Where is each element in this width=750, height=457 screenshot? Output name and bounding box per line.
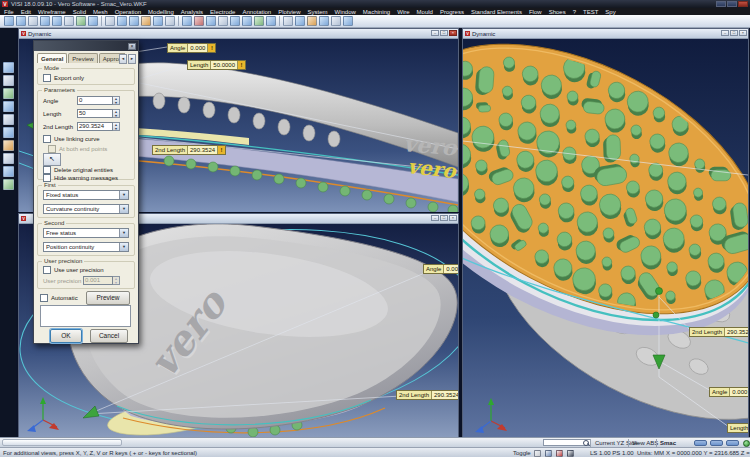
angle-dim-label[interactable]: Angle0.000 bbox=[167, 43, 216, 53]
new-document-icon[interactable] bbox=[4, 16, 14, 26]
result-listbox[interactable] bbox=[40, 305, 131, 327]
select-curve-icon-button[interactable]: ↖ bbox=[43, 153, 61, 166]
menu-mesh[interactable]: Mesh bbox=[93, 9, 108, 15]
second-length-dim-label[interactable]: 2nd Length290.3524 bbox=[689, 327, 748, 337]
delete-original-entities-checkbox[interactable]: Delete original entities bbox=[43, 166, 113, 174]
tab-scroll-right-icon[interactable]: ► bbox=[128, 54, 136, 64]
snap-toggle-icon[interactable] bbox=[545, 450, 552, 457]
help-icon[interactable] bbox=[343, 16, 353, 26]
delete-icon[interactable] bbox=[165, 16, 175, 26]
shaded-mode-icon[interactable] bbox=[254, 16, 264, 26]
menu-analysis[interactable]: Analysis bbox=[181, 9, 203, 15]
angle-input[interactable]: 0 bbox=[77, 96, 113, 105]
menu-shoes[interactable]: Shoes bbox=[549, 9, 566, 15]
top-view-icon[interactable] bbox=[3, 101, 14, 112]
wireframe-mode-icon[interactable] bbox=[266, 16, 276, 26]
save-icon[interactable] bbox=[28, 16, 38, 26]
menu-annotation[interactable]: Annotation bbox=[242, 9, 271, 15]
zoom-window-icon[interactable] bbox=[206, 16, 216, 26]
vp-close-icon[interactable]: × bbox=[449, 30, 457, 36]
print-icon[interactable] bbox=[40, 16, 50, 26]
menu-machining[interactable]: Machining bbox=[363, 9, 390, 15]
dialog-close-icon[interactable] bbox=[128, 43, 136, 50]
export-only-checkbox[interactable]: Export only bbox=[43, 74, 84, 82]
second-length-input[interactable]: 290.3524 bbox=[77, 122, 113, 131]
first-continuity-dropdown[interactable]: Curvature continuity bbox=[43, 204, 129, 214]
zoom-window-icon[interactable] bbox=[3, 140, 14, 151]
maximize-icon[interactable] bbox=[727, 1, 737, 7]
menu-spy[interactable]: Spy bbox=[605, 9, 615, 15]
checkbox-icon[interactable] bbox=[43, 74, 51, 82]
menu-operation[interactable]: Operation bbox=[115, 9, 141, 15]
menu-standard-elements[interactable]: Standard Elements bbox=[471, 9, 522, 15]
dynamic-rotate-icon[interactable] bbox=[3, 166, 14, 177]
vp-close-icon[interactable]: × bbox=[739, 30, 747, 36]
menu-edit[interactable]: Edit bbox=[21, 9, 31, 15]
dialog-titlebar[interactable] bbox=[34, 41, 138, 51]
measure-icon[interactable] bbox=[307, 16, 317, 26]
open-file-icon[interactable] bbox=[16, 16, 26, 26]
zoom-all-icon[interactable] bbox=[218, 16, 228, 26]
mask-elements-icon[interactable] bbox=[319, 16, 329, 26]
iso-view-icon[interactable] bbox=[3, 88, 14, 99]
zoom-out-icon[interactable] bbox=[194, 16, 204, 26]
selection-filter-icon[interactable] bbox=[3, 62, 14, 73]
menu-test[interactable]: TEST bbox=[583, 9, 598, 15]
vp-close-icon[interactable]: × bbox=[449, 215, 457, 221]
workplane-icon[interactable] bbox=[295, 16, 305, 26]
chevron-down-icon[interactable] bbox=[119, 243, 128, 251]
use-linking-curve-checkbox[interactable]: Use linking curve bbox=[43, 135, 100, 143]
second-continuity-dropdown[interactable]: Position continuity bbox=[43, 242, 129, 252]
menu-flow[interactable]: Flow bbox=[529, 9, 542, 15]
viewport-right-titlebar[interactable]: V Dynamic – □ × bbox=[463, 29, 748, 39]
pan-view-icon[interactable] bbox=[230, 16, 240, 26]
menu-solid[interactable]: Solid bbox=[73, 9, 86, 15]
checkbox-icon[interactable] bbox=[40, 294, 48, 302]
menu-wire[interactable]: Wire bbox=[397, 9, 409, 15]
length-input[interactable]: 50 bbox=[77, 109, 113, 118]
vp-minimize-icon[interactable]: – bbox=[431, 30, 439, 36]
chevron-down-icon[interactable] bbox=[119, 205, 128, 213]
paste-icon[interactable] bbox=[153, 16, 163, 26]
menu-plotview[interactable]: Plotview bbox=[278, 9, 300, 15]
menu-wireframe[interactable]: Wireframe bbox=[38, 9, 66, 15]
menu-modelling[interactable]: Modelling bbox=[148, 9, 174, 15]
import-icon[interactable] bbox=[64, 16, 74, 26]
zoom-in-icon[interactable] bbox=[182, 16, 192, 26]
copy-icon[interactable] bbox=[141, 16, 151, 26]
viewport-3d-canvas-right[interactable]: 2nd Length290.3524 Angle0.000 Length50.0… bbox=[463, 39, 748, 437]
workplane-indicator-icon[interactable] bbox=[534, 450, 541, 457]
menu-progress[interactable]: Progress bbox=[440, 9, 464, 15]
vp-restore-icon[interactable]: □ bbox=[440, 215, 448, 221]
second-length-spinner[interactable] bbox=[113, 122, 120, 131]
vp-minimize-icon[interactable]: – bbox=[721, 30, 729, 36]
front-view-icon[interactable] bbox=[3, 114, 14, 125]
rotate-view-icon[interactable] bbox=[242, 16, 252, 26]
vp-restore-icon[interactable]: □ bbox=[440, 30, 448, 36]
menu-window[interactable]: Window bbox=[335, 9, 356, 15]
automatic-checkbox[interactable]: Automatic bbox=[40, 294, 78, 302]
second-length-dim-label[interactable]: 2nd Length290.3524 bbox=[396, 390, 458, 400]
use-user-precision-checkbox[interactable]: Use user precision bbox=[43, 266, 104, 274]
angle-spinner[interactable] bbox=[113, 96, 120, 105]
length-dim-label[interactable]: Length50.0000 bbox=[727, 423, 748, 433]
cut-icon[interactable] bbox=[129, 16, 139, 26]
viewport-layout-icon[interactable] bbox=[3, 75, 14, 86]
search-icon[interactable] bbox=[583, 440, 589, 446]
vp-minimize-icon[interactable]: – bbox=[431, 215, 439, 221]
viewport-top-left-titlebar[interactable]: V Dynamic – □ × bbox=[19, 29, 458, 39]
chevron-down-icon[interactable] bbox=[119, 229, 128, 237]
checkbox-icon[interactable] bbox=[43, 174, 51, 182]
angle-dim-label[interactable]: Angle0.000 bbox=[423, 264, 458, 274]
selection-mode-icon[interactable] bbox=[567, 450, 574, 457]
chevron-down-icon[interactable] bbox=[119, 191, 128, 199]
export-icon[interactable] bbox=[76, 16, 86, 26]
ok-button[interactable]: OK bbox=[50, 329, 82, 343]
visibility-toggle-icon[interactable] bbox=[3, 179, 14, 190]
second-status-dropdown[interactable]: Free status bbox=[43, 228, 129, 238]
menu-system[interactable]: System bbox=[308, 9, 328, 15]
vp-restore-icon[interactable]: □ bbox=[730, 30, 738, 36]
second-length-dim-label[interactable]: 2nd Length290.3524 bbox=[152, 145, 226, 155]
zoom-extents-icon[interactable] bbox=[3, 153, 14, 164]
menu-file[interactable]: File bbox=[4, 9, 14, 15]
